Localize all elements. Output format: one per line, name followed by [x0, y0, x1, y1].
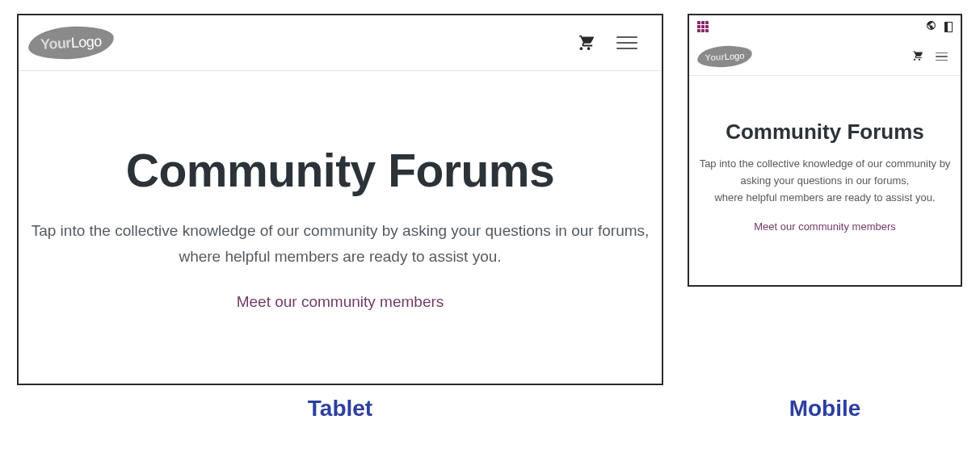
logo-text-part2-mobile: Logo [725, 51, 745, 61]
logo-text-part1-mobile: Your [705, 52, 725, 62]
tablet-header: YourLogo [19, 15, 662, 71]
status-right-icons [926, 20, 953, 33]
tablet-caption: Tablet [17, 396, 663, 422]
subtitle-line-2-mobile: where helpful members are ready to assis… [714, 191, 935, 204]
subtitle-line-1-mobile: Tap into the collective knowledge of our… [700, 157, 951, 187]
hamburger-menu-icon[interactable] [616, 36, 637, 49]
site-logo-mobile[interactable]: YourLogo [696, 44, 752, 69]
mobile-status-bar [689, 15, 961, 38]
page-title: Community Forums [28, 144, 652, 197]
logo-text-part2: Logo [70, 33, 102, 52]
hamburger-menu-icon-mobile[interactable] [936, 52, 948, 61]
tablet-viewport-frame: YourLogo Community Forums Tap into the c… [17, 14, 663, 385]
mobile-main-content: Community Forums Tap into the collective… [689, 76, 961, 233]
community-members-link-mobile[interactable]: Meet our community members [754, 220, 896, 233]
community-members-link[interactable]: Meet our community members [237, 293, 444, 310]
subtitle-line-2: where helpful members are ready to assis… [179, 248, 501, 265]
mobile-caption: Mobile [688, 396, 962, 422]
page-subtitle-mobile: Tap into the collective knowledge of our… [697, 156, 953, 206]
site-logo[interactable]: YourLogo [27, 24, 115, 61]
mobile-viewport-frame: YourLogo Community Forums Tap into the c… [688, 14, 962, 287]
tablet-main-content: Community Forums Tap into the collective… [19, 71, 662, 311]
cart-icon[interactable] [576, 32, 594, 53]
header-actions [576, 32, 637, 53]
orientation-icon[interactable] [944, 22, 953, 32]
cart-icon-mobile[interactable] [911, 49, 923, 64]
globe-icon[interactable] [926, 20, 936, 33]
mobile-header-actions [911, 49, 948, 64]
page-subtitle: Tap into the collective knowledge of our… [28, 218, 652, 271]
subtitle-line-1: Tap into the collective knowledge of our… [32, 222, 650, 239]
logo-text-part1: Your [40, 35, 72, 53]
mobile-header: YourLogo [689, 38, 961, 76]
page-title-mobile: Community Forums [697, 120, 953, 145]
apps-grid-icon[interactable] [697, 21, 709, 32]
